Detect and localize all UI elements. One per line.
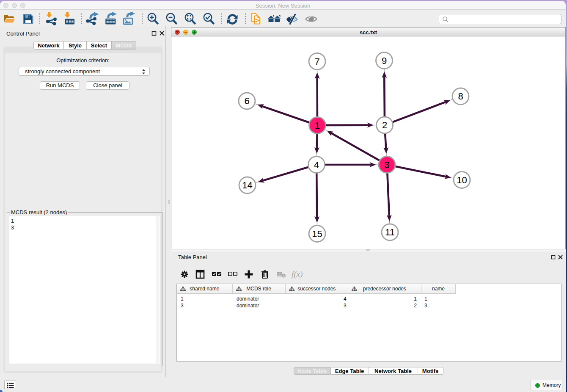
svg-text:1: 1 xyxy=(315,120,320,131)
svg-text:6: 6 xyxy=(244,96,249,106)
svg-text:10: 10 xyxy=(457,175,467,185)
svg-text:15: 15 xyxy=(312,229,322,239)
svg-text:3: 3 xyxy=(384,160,389,170)
svg-text:4: 4 xyxy=(314,160,319,170)
svg-text:14: 14 xyxy=(242,180,252,190)
svg-text:2: 2 xyxy=(382,120,387,130)
svg-text:7: 7 xyxy=(314,56,319,67)
svg-text:9: 9 xyxy=(382,55,387,66)
svg-text:f(x): f(x) xyxy=(292,270,303,279)
svg-text:8: 8 xyxy=(458,91,463,102)
svg-text:11: 11 xyxy=(385,227,395,237)
